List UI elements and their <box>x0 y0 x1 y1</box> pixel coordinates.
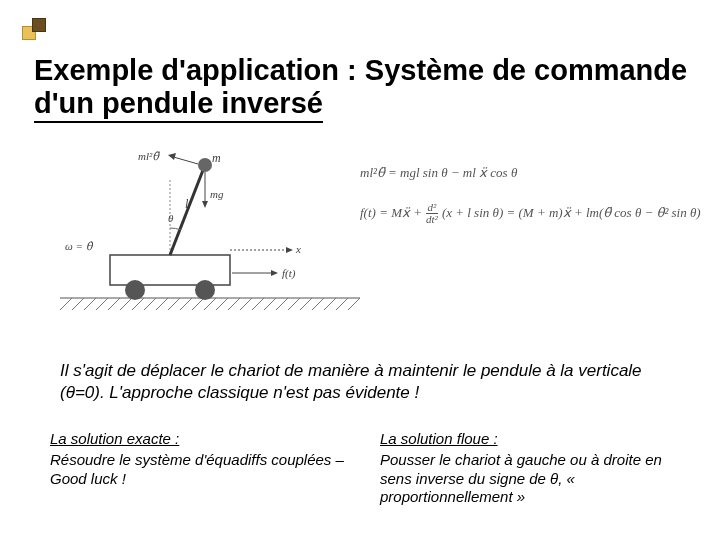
slide-title: Exemple d'application : Système de comma… <box>34 54 690 121</box>
svg-marker-39 <box>271 270 278 276</box>
equation-2-lhs: f(t) = Mẍ + <box>360 200 422 226</box>
equation-2-rhs: (x + l sin θ) = (M + m)ẍ + lm(θ̈ cos θ −… <box>442 200 701 226</box>
equation-2: f(t) = Mẍ + d² dt² (x + l sin θ) = (M + … <box>360 200 701 226</box>
label-m: m <box>212 151 221 165</box>
svg-line-8 <box>144 298 156 310</box>
svg-line-21 <box>300 298 312 310</box>
svg-line-24 <box>336 298 348 310</box>
svg-marker-35 <box>168 153 176 160</box>
logo-squares-icon <box>22 18 46 42</box>
svg-line-23 <box>324 298 336 310</box>
solution-columns: La solution exacte : Résoudre le système… <box>50 430 680 507</box>
label-f: f(t) <box>282 267 296 280</box>
pendulum-figure: m ml²θ̈ l θ mg x ω = θ̇ f(t) ml²θ̈ = mgl… <box>60 150 660 335</box>
svg-line-16 <box>240 298 252 310</box>
label-x: x <box>295 243 301 255</box>
equations: ml²θ̈ = mgl sin θ − ml ẍ cos θ f(t) = Mẍ… <box>360 160 701 226</box>
title-line-1: Exemple d'application : Système de comma… <box>34 54 687 86</box>
svg-point-28 <box>195 280 215 300</box>
svg-line-11 <box>180 298 192 310</box>
svg-line-5 <box>108 298 120 310</box>
column-exact: La solution exacte : Résoudre le système… <box>50 430 350 507</box>
svg-line-10 <box>168 298 180 310</box>
label-theta: θ <box>168 212 174 224</box>
svg-line-17 <box>252 298 264 310</box>
svg-line-25 <box>348 298 360 310</box>
svg-point-31 <box>198 158 212 172</box>
svg-marker-37 <box>286 247 293 253</box>
slide: Exemple d'application : Système de comma… <box>0 0 720 540</box>
svg-line-15 <box>228 298 240 310</box>
svg-line-6 <box>120 298 132 310</box>
svg-line-2 <box>72 298 84 310</box>
svg-line-19 <box>276 298 288 310</box>
title-line-2: d'un pendule inversé <box>34 87 323 123</box>
svg-line-20 <box>288 298 300 310</box>
svg-line-18 <box>264 298 276 310</box>
svg-line-14 <box>216 298 228 310</box>
svg-line-3 <box>84 298 96 310</box>
column-fuzzy-body: Pousser le chariot à gauche ou à droite … <box>380 451 680 507</box>
intro-text: Il s'agit de déplacer le chariot de mani… <box>60 360 660 404</box>
svg-rect-26 <box>110 255 230 285</box>
svg-line-12 <box>192 298 204 310</box>
svg-marker-33 <box>202 201 208 208</box>
column-fuzzy-heading: La solution floue : <box>380 430 680 449</box>
column-exact-body: Résoudre le système d'équadiffs couplées… <box>50 451 350 489</box>
svg-line-9 <box>156 298 168 310</box>
label-omega: ω = θ̇ <box>65 240 94 252</box>
svg-point-27 <box>125 280 145 300</box>
label-ml2: ml²θ̈ <box>138 150 160 162</box>
svg-line-22 <box>312 298 324 310</box>
column-fuzzy: La solution floue : Pousser le chariot à… <box>380 430 680 507</box>
label-mg: mg <box>210 188 224 200</box>
equation-1: ml²θ̈ = mgl sin θ − ml ẍ cos θ <box>360 160 701 186</box>
svg-line-4 <box>96 298 108 310</box>
column-exact-heading: La solution exacte : <box>50 430 350 449</box>
svg-line-1 <box>60 298 72 310</box>
pendulum-diagram: m ml²θ̈ l θ mg x ω = θ̇ f(t) <box>60 150 360 335</box>
